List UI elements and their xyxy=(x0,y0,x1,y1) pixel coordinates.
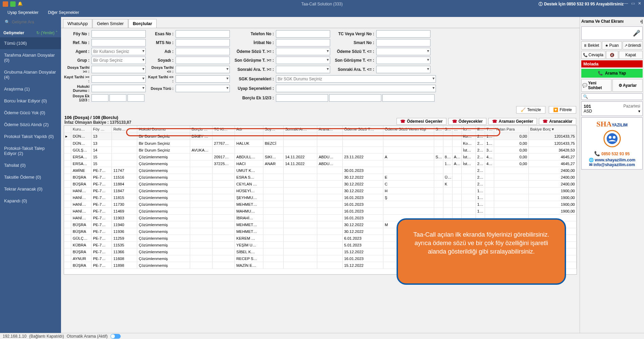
sidebar-item[interactable]: Protokol Taksit Yapıldı (0) xyxy=(0,131,61,142)
dial-input[interactable]: 🎤 xyxy=(581,26,643,40)
sidebar-item[interactable]: Taksitle Ödeme (0) xyxy=(0,171,61,183)
onlendi-button[interactable]: ↗ önlendi xyxy=(623,41,643,49)
call-button[interactable]: 📞Arama Yap xyxy=(581,69,643,78)
tab-whatsapp[interactable]: WhatsApp xyxy=(63,19,92,28)
dosya-le-input[interactable] xyxy=(176,66,230,73)
songor-le-input[interactable] xyxy=(376,57,430,64)
table-row[interactable]: ERSA…15Çözümlenmemiş37225…HACIANAR14.11.… xyxy=(64,160,577,167)
ayarlar-button[interactable]: ⚙ Ayarlar xyxy=(612,79,643,92)
dosya-ek1[interactable] xyxy=(92,94,108,102)
sgk-select[interactable] xyxy=(276,75,436,83)
tc-input[interactable] xyxy=(376,30,430,38)
column-header[interactable]: Ödeme Sözü T… xyxy=(343,126,383,133)
esas-no-input[interactable] xyxy=(176,30,230,38)
filtrele-button[interactable]: 🔽Filtrele xyxy=(549,106,576,114)
odeme-le-input[interactable] xyxy=(376,48,430,55)
sidebar-item[interactable]: Protokol-Taksit Talep Ediyor (2) xyxy=(0,142,61,159)
dosya-ek2[interactable] xyxy=(109,94,126,102)
sidebar-item[interactable]: Kapandı (0) xyxy=(0,195,61,207)
beklet-button[interactable]: ⏸ Beklet xyxy=(581,41,601,49)
kapat-button[interactable]: Kapat xyxy=(619,51,643,59)
refresh-button[interactable]: ↻ (Yenile) ˄ xyxy=(36,31,58,35)
sidebar-item[interactable]: Araştırma (1) xyxy=(0,83,61,95)
column-header[interactable]: S… xyxy=(434,126,443,133)
table-row[interactable]: AMİNEPE-7…11747ÇözümlenmemişUMUT K…30.01… xyxy=(64,167,577,174)
cevapla-button[interactable]: 📞 Cevapla xyxy=(581,51,605,59)
table-row[interactable]: BÜŞRAPE-7…11884ÇözümlenmemişCEYLAN …30.1… xyxy=(64,181,577,187)
dosya-ek3[interactable] xyxy=(127,94,144,102)
foy-no-input[interactable] xyxy=(92,30,146,38)
tab-smsler[interactable]: Gelen Smsler xyxy=(93,19,128,28)
table-row[interactable]: ▸DÜN…13Bir Durum SeçinizDİKEY …Ko…2…1…0,… xyxy=(64,133,577,140)
table-row[interactable]: HANİ…PE-7…11815ÇözümlenmemişŞEYHMU…16.01… xyxy=(64,194,577,201)
borclu-ek2[interactable] xyxy=(329,94,381,102)
irtibat-input[interactable] xyxy=(276,39,330,46)
column-header[interactable]: T… xyxy=(485,126,494,133)
column-header[interactable]: S… xyxy=(443,126,452,133)
summary-chip[interactable]: ☎Aranacaklar xyxy=(539,118,576,125)
summary-chip[interactable]: ☎Ödeyecekler xyxy=(448,118,486,125)
menu-diger[interactable]: Diğer Seçenekler xyxy=(43,10,84,15)
table-row[interactable]: HANİ…PE-7…11847ÇözümlenmemişHÜSEYİ…30.12… xyxy=(64,187,577,194)
chat-search[interactable]: 🔍 xyxy=(581,93,643,100)
sidebar-item[interactable]: Tarafıma Atanan Dosyalar (0) xyxy=(0,49,61,66)
column-header[interactable]: Yatan Para xyxy=(494,126,528,133)
odeme-ge-input[interactable] xyxy=(276,48,330,55)
column-header[interactable]: Soy… xyxy=(263,126,284,133)
column-header[interactable]: Arana… xyxy=(317,126,343,133)
column-header[interactable]: Borçlu … xyxy=(190,126,213,133)
sonraki-ge-input[interactable] xyxy=(276,66,330,73)
borclu-ek1[interactable] xyxy=(276,94,328,102)
puan-button[interactable]: ★ Puan xyxy=(602,41,622,49)
summary-chip[interactable]: ☎Araması Geçenler xyxy=(488,118,537,125)
borclu-ek3[interactable] xyxy=(382,94,435,102)
grup-select[interactable] xyxy=(92,57,146,64)
column-header[interactable]: Ödeme Sözü Veren Kişi xyxy=(383,126,434,133)
hukuki-select[interactable] xyxy=(92,85,146,92)
yeni-sohbet-button[interactable]: 💬 Yeni Sohbet xyxy=(581,79,611,92)
temizle-button[interactable]: 🧹Temizle xyxy=(516,106,545,114)
mts-no-input[interactable] xyxy=(176,39,230,46)
sidebar-item[interactable]: Tahsilat (0) xyxy=(0,159,61,171)
sonraki-le-input[interactable] xyxy=(376,66,430,73)
column-header[interactable]: Kuru… xyxy=(71,126,92,133)
uyap-select[interactable] xyxy=(276,85,436,92)
auto-call-toggle[interactable] xyxy=(110,334,121,339)
collapse-icon[interactable]: ›| xyxy=(640,19,643,24)
table-row[interactable]: GÜLŞ…14Bir Durum SeçinizAVUKA…İst…2…3…0,… xyxy=(64,147,577,154)
sidebar-item[interactable]: Ödeme Sözü Alındı (2) xyxy=(0,119,61,131)
column-header[interactable]: Adı xyxy=(235,126,263,133)
sidebar-item[interactable]: Ödeme Gücü Yok (0) xyxy=(0,107,61,119)
contact-card[interactable]: 101Pazartesi ASD ▾ xyxy=(581,101,643,116)
telefon-input[interactable] xyxy=(276,30,330,38)
ref-no-input[interactable] xyxy=(92,39,146,46)
summary-chip[interactable]: ☎Ödemesi Geçenler xyxy=(397,118,446,125)
maximize-button[interactable]: ▭ xyxy=(630,1,636,7)
minimize-button[interactable]: — xyxy=(623,1,629,7)
dosya-ge-input[interactable] xyxy=(92,66,146,73)
column-header[interactable]: E… xyxy=(476,126,485,133)
sidebar-item[interactable]: Grubuma Atanan Dosyalar (4) xyxy=(0,66,61,83)
dosya-turu-select[interactable] xyxy=(176,85,230,92)
column-header[interactable]: Sonraki Ar… xyxy=(284,126,317,133)
agent-status[interactable]: Molada xyxy=(581,60,643,67)
sidebar-item[interactable]: Borcu İnkar Ediyor (0) xyxy=(0,95,61,107)
table-row[interactable]: HANİ…PE-7…11730ÇözümlenmemişMEHMET…16.01… xyxy=(64,201,577,208)
mic-icon[interactable]: 🎤 xyxy=(633,29,640,37)
table-row[interactable]: HANİ…PE-7…11469ÇözümlenmemişMAHMU…16.01.… xyxy=(64,208,577,215)
column-header[interactable]: Bakiye Borç ▾ xyxy=(528,126,576,133)
column-header[interactable]: … xyxy=(452,126,461,133)
column-header[interactable]: Hukuki Durumu xyxy=(137,126,190,133)
mute-button[interactable]: 🔇 xyxy=(606,51,618,59)
column-header[interactable]: TC Ki… xyxy=(213,126,235,133)
songor-ge-input[interactable] xyxy=(276,57,330,64)
table-row[interactable]: ERSA…15Çözümlenmemiş20917…ABDULL…SIKI…14… xyxy=(64,154,577,160)
column-header[interactable] xyxy=(64,126,71,133)
smart-input[interactable] xyxy=(376,39,430,46)
tab-borclular[interactable]: Borçlular xyxy=(128,19,157,28)
table-row[interactable]: BÜŞRAPE-7…11516ÇözümlenmemişESRA S…30.12… xyxy=(64,174,577,181)
sidebar-item[interactable]: Tümü (106) xyxy=(0,37,61,49)
column-header[interactable]: İcr… xyxy=(461,126,476,133)
column-header[interactable]: Refe… xyxy=(112,126,137,133)
kayit-le-input[interactable] xyxy=(176,75,230,83)
